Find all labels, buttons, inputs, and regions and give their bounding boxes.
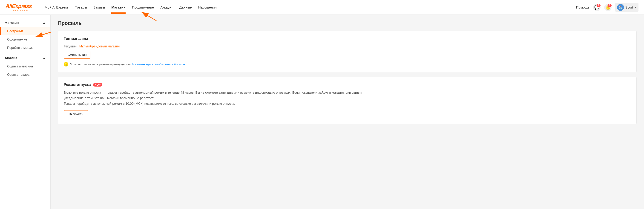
logo-sub: Seller Center [6,10,36,12]
new-badge: NEW [93,83,102,87]
nav-products[interactable]: Товары [75,1,87,14]
change-type-btn[interactable]: Сменить тип [64,51,90,59]
sidebar-section-shop-title: Магазин [4,21,19,25]
sidebar-item-product-rating[interactable]: Оценка товара [0,70,50,79]
nav-data[interactable]: Данные [180,1,192,14]
chevron-down-icon: ▼ [634,6,637,9]
shop-type-card: Тип магазина Текущий: Мультибрендовый ма… [58,31,637,72]
user-menu-btn[interactable]: 🏪 Sport ▼ [615,3,638,12]
sidebar-collapse-icon-1: ▲ [42,21,46,25]
avatar-icon: 🏪 [619,6,622,9]
sidebar-section-shop[interactable]: Магазин ▲ [0,19,50,27]
sidebar-section-analysis[interactable]: Анализ ▲ [0,54,50,62]
nav-account[interactable]: Аккаунт [160,1,173,14]
notification-btn[interactable]: 🔔 1 [604,4,612,11]
vacation-desc-line1: Включите режим отпуска — товары перейдут… [64,91,362,94]
nav-promotion[interactable]: Продвижение [132,1,154,14]
nav-my-aliexpress[interactable]: Мой AliExpress [44,1,68,14]
info-icon: 💡 [64,62,68,67]
current-type-value: Мультибрендовый магазин [79,44,120,48]
chat-btn[interactable]: 💬 1 [593,4,600,11]
logo[interactable]: AliExpress Seller Center [6,3,36,12]
vacation-title-row: Режим отпуска NEW [64,83,631,87]
sidebar-collapse-icon-2: ▲ [42,56,46,60]
vacation-desc-line3: Товары перейдут в автономный режим в 10:… [64,102,235,105]
vacation-desc-line2: уведомление о том, что ваш магазин време… [64,96,154,100]
main-content: Профиль Тип магазина Текущий: Мультибрен… [50,15,644,209]
nav-violations[interactable]: Нарушения [198,1,217,14]
user-name: Sport [625,6,633,9]
avatar: 🏪 [617,4,624,11]
notif-badge: 1 [608,4,612,7]
sidebar-item-visit-shop[interactable]: Перейти в магазин [0,44,50,52]
sidebar-item-design[interactable]: Оформление [0,35,50,44]
sidebar-item-settings[interactable]: Настройки [0,27,50,35]
current-label-text: Текущий: [64,44,78,48]
chat-badge: 1 [597,4,600,7]
sidebar-item-shop-rating[interactable]: Оценка магазина [0,62,50,70]
help-link[interactable]: Помощь [576,5,590,9]
sidebar: Магазин ▲ Настройки Оформление Перейти в… [0,15,50,209]
vacation-title: Режим отпуска [64,83,91,87]
vacation-card: Режим отпуска NEW Включите режим отпуска… [58,77,637,124]
header-right: Помощь 💬 1 🔔 1 🏪 Sport ▼ [576,3,638,12]
vacation-desc: Включите режим отпуска — товары перейдут… [64,90,631,106]
sidebar-section-analysis-title: Анализ [4,56,17,60]
shop-type-title: Тип магазина [64,37,631,41]
info-link[interactable]: Нажмите здесь, чтобы узнать больше [132,63,185,66]
page-title: Профиль [58,20,637,26]
info-text: У разных типов есть разные преимущества.… [70,63,185,66]
nav-shop[interactable]: Магазин [111,1,126,14]
main-nav: Мой AliExpress Товары Заказы Магазин Про… [44,1,576,14]
nav-orders[interactable]: Заказы [94,1,105,14]
enable-vacation-btn[interactable]: Включить [64,110,88,118]
logo-text: AliExpress [6,3,36,10]
current-type-label: Текущий: Мультибрендовый магазин [64,44,631,48]
info-row: 💡 У разных типов есть разные преимуществ… [64,62,631,67]
